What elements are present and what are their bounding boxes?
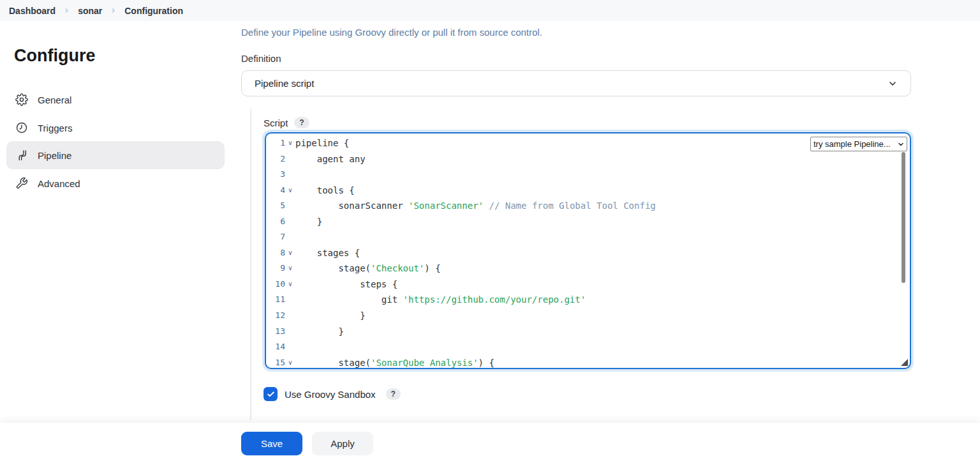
clock-icon	[15, 121, 28, 134]
line-number: 12	[266, 308, 285, 324]
fold-spacer	[285, 229, 295, 245]
code-line[interactable]: 13 }	[266, 324, 910, 340]
fold-chevron-icon[interactable]: ∨	[285, 135, 295, 151]
code-text: }	[295, 308, 366, 324]
fold-spacer	[285, 292, 295, 308]
code-line[interactable]: 5 sonarScanner 'SonarScanner' // Name fr…	[266, 198, 910, 214]
line-number: 5	[266, 198, 285, 214]
chevron-down-icon	[897, 141, 905, 148]
code-line[interactable]: 4∨ tools {	[266, 183, 910, 199]
line-number: 14	[266, 339, 285, 355]
bottom-action-bar: Save Apply	[0, 423, 980, 456]
line-number: 7	[266, 229, 285, 245]
use-groovy-sandbox-checkbox[interactable]	[264, 387, 278, 401]
code-text: git 'https://github.com/your/repo.git'	[295, 292, 586, 308]
code-text: }	[295, 324, 344, 340]
code-text: stage('SonarQube Analysis') {	[295, 355, 494, 369]
definition-select[interactable]: Pipeline script	[241, 70, 911, 96]
fold-spacer	[285, 214, 295, 230]
breadcrumb-configuration[interactable]: Configuration	[124, 6, 183, 16]
fold-spacer	[285, 324, 295, 340]
fold-chevron-icon[interactable]: ∨	[285, 245, 295, 261]
code-text: steps {	[295, 277, 397, 293]
sample-pipeline-select[interactable]: try sample Pipeline...	[810, 137, 907, 151]
chevron-right-icon	[110, 8, 116, 13]
sidebar-item-triggers[interactable]: Triggers	[6, 114, 225, 142]
wrench-icon	[15, 177, 28, 190]
sidebar-item-pipeline[interactable]: Pipeline	[6, 141, 225, 169]
code-line[interactable]: 12 }	[266, 308, 910, 324]
breadcrumb-sonar[interactable]: sonar	[78, 6, 102, 16]
code-text: pipeline {	[295, 135, 349, 151]
definition-label: Definition	[241, 53, 281, 64]
code-line[interactable]: 9∨ stage('Checkout') {	[266, 261, 910, 277]
sidebar-item-advanced[interactable]: Advanced	[6, 169, 225, 197]
line-number: 13	[266, 324, 285, 340]
pipeline-description: Define your Pipeline using Groovy direct…	[241, 27, 542, 38]
section-divider	[250, 109, 251, 420]
fold-chevron-icon[interactable]: ∨	[285, 355, 295, 369]
code-line[interactable]: 3	[266, 167, 910, 183]
code-line[interactable]: 6 }	[266, 214, 910, 230]
pipeline-icon	[15, 149, 28, 162]
use-groovy-sandbox-label: Use Groovy Sandbox	[285, 389, 376, 400]
code-line[interactable]: 2 agent any	[266, 151, 910, 167]
sidebar-item-general[interactable]: General	[6, 86, 225, 114]
definition-select-value: Pipeline script	[255, 78, 314, 89]
line-number: 8	[266, 245, 285, 261]
code-line[interactable]: 15∨ stage('SonarQube Analysis') {	[266, 355, 910, 369]
sample-pipeline-select-value: try sample Pipeline...	[813, 139, 891, 149]
jenkins-configure-page: Dashboard sonar Configuration Configure …	[0, 0, 980, 456]
fold-spacer	[285, 167, 295, 183]
checkmark-icon	[267, 390, 275, 399]
code-line[interactable]: 8∨ stages {	[266, 245, 910, 261]
code-text: tools {	[295, 183, 355, 199]
code-text: stages {	[295, 245, 360, 261]
code-line[interactable]: 14	[266, 339, 910, 355]
chevron-right-icon	[64, 8, 70, 13]
line-number: 6	[266, 214, 285, 230]
code-text: agent any	[295, 151, 366, 167]
fold-spacer	[285, 339, 295, 355]
line-number: 11	[266, 292, 285, 308]
fold-chevron-icon[interactable]: ∨	[285, 277, 295, 293]
pipeline-script-editor[interactable]: 1∨pipeline {2 agent any34∨ tools {5 sona…	[265, 132, 911, 369]
code-lines[interactable]: 1∨pipeline {2 agent any34∨ tools {5 sona…	[266, 135, 910, 369]
code-line[interactable]: 7	[266, 229, 910, 245]
line-number: 2	[266, 151, 285, 167]
fold-chevron-icon[interactable]: ∨	[285, 261, 295, 277]
editor-scrollbar-thumb[interactable]	[902, 152, 905, 283]
breadcrumb-dashboard[interactable]: Dashboard	[9, 6, 56, 16]
line-number: 3	[266, 167, 285, 183]
chevron-down-icon	[887, 79, 898, 89]
fold-spacer	[285, 198, 295, 214]
line-number: 9	[266, 261, 285, 277]
page-title: Configure	[14, 46, 96, 66]
fold-spacer	[285, 308, 295, 324]
apply-button[interactable]: Apply	[312, 432, 373, 455]
sidebar-item-label: Triggers	[38, 123, 72, 133]
code-text: sonarScanner 'SonarScanner' // Name from…	[295, 198, 656, 214]
gear-icon	[15, 93, 28, 106]
code-text: stage('Checkout') {	[295, 261, 441, 277]
sidebar-item-label: General	[38, 95, 71, 105]
script-label: Script	[264, 118, 288, 128]
sandbox-help-button[interactable]: ?	[386, 388, 401, 400]
code-line[interactable]: 10∨ steps {	[266, 277, 910, 293]
line-number: 10	[266, 277, 285, 293]
breadcrumb: Dashboard sonar Configuration	[0, 0, 980, 21]
line-number: 15	[266, 355, 285, 369]
sidebar-item-label: Pipeline	[38, 150, 71, 161]
line-number: 1	[266, 135, 285, 151]
save-button[interactable]: Save	[241, 432, 302, 455]
script-help-button[interactable]: ?	[294, 117, 309, 128]
sidebar-item-label: Advanced	[38, 178, 80, 189]
code-line[interactable]: 11 git 'https://github.com/your/repo.git…	[266, 292, 910, 308]
editor-resize-grip[interactable]	[901, 359, 908, 366]
fold-spacer	[285, 151, 295, 167]
fold-chevron-icon[interactable]: ∨	[285, 183, 295, 199]
line-number: 4	[266, 183, 285, 199]
code-text: }	[295, 214, 322, 230]
